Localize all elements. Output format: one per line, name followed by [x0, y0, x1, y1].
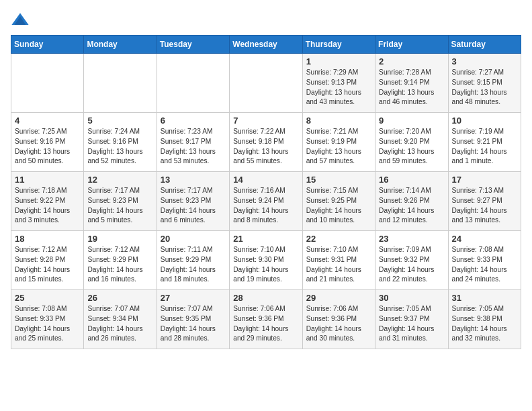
day-number: 6	[161, 116, 226, 126]
header-wednesday: Wednesday	[230, 36, 302, 54]
header-saturday: Saturday	[448, 36, 521, 54]
week-row-4: 18Sunrise: 7:12 AM Sunset: 9:28 PM Dayli…	[11, 231, 521, 290]
calendar-table: SundayMondayTuesdayWednesdayThursdayFrid…	[11, 35, 521, 349]
day-number: 8	[306, 116, 371, 126]
day-info: Sunrise: 7:24 AM Sunset: 9:16 PM Dayligh…	[87, 127, 152, 167]
calendar-cell: 26Sunrise: 7:07 AM Sunset: 9:34 PM Dayli…	[84, 290, 157, 349]
calendar-cell: 30Sunrise: 7:05 AM Sunset: 9:37 PM Dayli…	[375, 290, 448, 349]
day-number: 21	[233, 234, 298, 244]
day-number: 11	[15, 175, 80, 185]
calendar-cell	[84, 54, 157, 113]
day-info: Sunrise: 7:15 AM Sunset: 9:25 PM Dayligh…	[306, 186, 371, 226]
calendar-cell: 21Sunrise: 7:10 AM Sunset: 9:30 PM Dayli…	[230, 231, 302, 290]
calendar-cell: 11Sunrise: 7:18 AM Sunset: 9:22 PM Dayli…	[11, 172, 84, 231]
calendar-cell: 10Sunrise: 7:19 AM Sunset: 9:21 PM Dayli…	[448, 113, 521, 172]
calendar-cell: 20Sunrise: 7:11 AM Sunset: 9:29 PM Dayli…	[157, 231, 229, 290]
header-friday: Friday	[375, 36, 448, 54]
logo-icon	[11, 11, 30, 30]
calendar-cell: 12Sunrise: 7:17 AM Sunset: 9:23 PM Dayli…	[84, 172, 157, 231]
day-number: 15	[306, 175, 371, 185]
day-info: Sunrise: 7:17 AM Sunset: 9:23 PM Dayligh…	[161, 186, 226, 226]
calendar-cell: 22Sunrise: 7:10 AM Sunset: 9:31 PM Dayli…	[302, 231, 375, 290]
calendar-cell: 25Sunrise: 7:08 AM Sunset: 9:33 PM Dayli…	[11, 290, 84, 349]
day-info: Sunrise: 7:29 AM Sunset: 9:13 PM Dayligh…	[306, 68, 371, 107]
calendar-cell: 7Sunrise: 7:22 AM Sunset: 9:18 PM Daylig…	[230, 113, 302, 172]
day-info: Sunrise: 7:12 AM Sunset: 9:28 PM Dayligh…	[15, 245, 80, 285]
day-number: 25	[15, 293, 80, 303]
calendar-cell: 27Sunrise: 7:07 AM Sunset: 9:35 PM Dayli…	[157, 290, 229, 349]
day-number: 26	[87, 293, 152, 303]
calendar-cell: 1Sunrise: 7:29 AM Sunset: 9:13 PM Daylig…	[302, 54, 375, 113]
day-info: Sunrise: 7:12 AM Sunset: 9:29 PM Dayligh…	[87, 245, 152, 285]
day-info: Sunrise: 7:17 AM Sunset: 9:23 PM Dayligh…	[87, 186, 152, 226]
day-info: Sunrise: 7:25 AM Sunset: 9:16 PM Dayligh…	[15, 127, 80, 167]
calendar-cell: 3Sunrise: 7:27 AM Sunset: 9:15 PM Daylig…	[448, 54, 521, 113]
day-number: 20	[161, 234, 226, 244]
day-info: Sunrise: 7:16 AM Sunset: 9:24 PM Dayligh…	[233, 186, 298, 226]
day-number: 12	[87, 175, 152, 185]
header-monday: Monday	[84, 36, 157, 54]
day-info: Sunrise: 7:18 AM Sunset: 9:22 PM Dayligh…	[15, 186, 80, 226]
header-tuesday: Tuesday	[157, 36, 229, 54]
day-info: Sunrise: 7:09 AM Sunset: 9:32 PM Dayligh…	[379, 245, 444, 285]
day-number: 27	[161, 293, 226, 303]
day-info: Sunrise: 7:05 AM Sunset: 9:37 PM Dayligh…	[379, 304, 444, 344]
day-number: 19	[87, 234, 152, 244]
day-info: Sunrise: 7:20 AM Sunset: 9:20 PM Dayligh…	[379, 127, 444, 167]
day-number: 23	[379, 234, 444, 244]
day-number: 30	[379, 293, 444, 303]
day-number: 13	[161, 175, 226, 185]
calendar-cell: 18Sunrise: 7:12 AM Sunset: 9:28 PM Dayli…	[11, 231, 84, 290]
calendar-cell: 31Sunrise: 7:05 AM Sunset: 9:38 PM Dayli…	[448, 290, 521, 349]
calendar-cell: 28Sunrise: 7:06 AM Sunset: 9:36 PM Dayli…	[230, 290, 302, 349]
day-info: Sunrise: 7:06 AM Sunset: 9:36 PM Dayligh…	[306, 304, 371, 344]
day-info: Sunrise: 7:21 AM Sunset: 9:19 PM Dayligh…	[306, 127, 371, 167]
header-sunday: Sunday	[11, 36, 84, 54]
calendar-cell: 29Sunrise: 7:06 AM Sunset: 9:36 PM Dayli…	[302, 290, 375, 349]
day-info: Sunrise: 7:07 AM Sunset: 9:35 PM Dayligh…	[161, 304, 226, 344]
calendar-cell	[230, 54, 302, 113]
week-row-2: 4Sunrise: 7:25 AM Sunset: 9:16 PM Daylig…	[11, 113, 521, 172]
calendar-cell: 14Sunrise: 7:16 AM Sunset: 9:24 PM Dayli…	[230, 172, 302, 231]
calendar-header-row: SundayMondayTuesdayWednesdayThursdayFrid…	[11, 36, 521, 54]
day-info: Sunrise: 7:19 AM Sunset: 9:21 PM Dayligh…	[452, 127, 517, 167]
day-number: 17	[452, 175, 517, 185]
day-number: 24	[452, 234, 517, 244]
calendar-cell: 5Sunrise: 7:24 AM Sunset: 9:16 PM Daylig…	[84, 113, 157, 172]
day-number: 4	[15, 116, 80, 126]
header-thursday: Thursday	[302, 36, 375, 54]
day-info: Sunrise: 7:06 AM Sunset: 9:36 PM Dayligh…	[233, 304, 298, 344]
day-number: 29	[306, 293, 371, 303]
day-number: 14	[233, 175, 298, 185]
week-row-5: 25Sunrise: 7:08 AM Sunset: 9:33 PM Dayli…	[11, 290, 521, 349]
calendar-cell: 16Sunrise: 7:14 AM Sunset: 9:26 PM Dayli…	[375, 172, 448, 231]
day-info: Sunrise: 7:10 AM Sunset: 9:30 PM Dayligh…	[233, 245, 298, 285]
day-number: 1	[306, 56, 371, 66]
day-info: Sunrise: 7:28 AM Sunset: 9:14 PM Dayligh…	[379, 68, 444, 107]
calendar-cell: 15Sunrise: 7:15 AM Sunset: 9:25 PM Dayli…	[302, 172, 375, 231]
day-number: 10	[452, 116, 517, 126]
calendar-cell: 24Sunrise: 7:08 AM Sunset: 9:33 PM Dayli…	[448, 231, 521, 290]
day-info: Sunrise: 7:08 AM Sunset: 9:33 PM Dayligh…	[452, 245, 517, 285]
day-info: Sunrise: 7:11 AM Sunset: 9:29 PM Dayligh…	[161, 245, 226, 285]
day-info: Sunrise: 7:05 AM Sunset: 9:38 PM Dayligh…	[452, 304, 517, 344]
day-info: Sunrise: 7:22 AM Sunset: 9:18 PM Dayligh…	[233, 127, 298, 167]
week-row-3: 11Sunrise: 7:18 AM Sunset: 9:22 PM Dayli…	[11, 172, 521, 231]
day-number: 3	[452, 56, 517, 66]
logo	[11, 11, 31, 30]
day-info: Sunrise: 7:14 AM Sunset: 9:26 PM Dayligh…	[379, 186, 444, 226]
calendar-cell: 6Sunrise: 7:23 AM Sunset: 9:17 PM Daylig…	[157, 113, 229, 172]
day-info: Sunrise: 7:07 AM Sunset: 9:34 PM Dayligh…	[87, 304, 152, 344]
calendar-cell: 19Sunrise: 7:12 AM Sunset: 9:29 PM Dayli…	[84, 231, 157, 290]
calendar-cell: 23Sunrise: 7:09 AM Sunset: 9:32 PM Dayli…	[375, 231, 448, 290]
day-number: 28	[233, 293, 298, 303]
day-number: 5	[87, 116, 152, 126]
calendar-cell: 8Sunrise: 7:21 AM Sunset: 9:19 PM Daylig…	[302, 113, 375, 172]
day-info: Sunrise: 7:10 AM Sunset: 9:31 PM Dayligh…	[306, 245, 371, 285]
calendar-cell	[11, 54, 84, 113]
calendar-cell: 9Sunrise: 7:20 AM Sunset: 9:20 PM Daylig…	[375, 113, 448, 172]
calendar-cell: 4Sunrise: 7:25 AM Sunset: 9:16 PM Daylig…	[11, 113, 84, 172]
day-number: 31	[452, 293, 517, 303]
day-number: 22	[306, 234, 371, 244]
calendar-cell	[157, 54, 229, 113]
